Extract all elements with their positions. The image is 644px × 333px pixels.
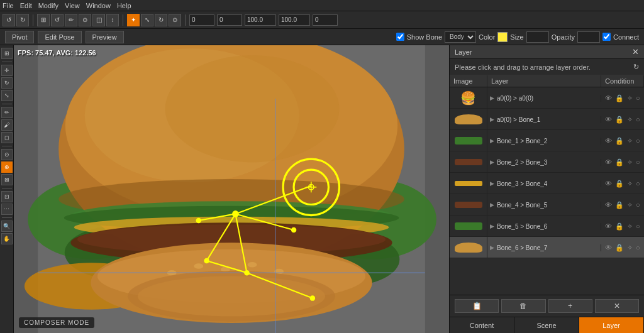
tool-scale[interactable]: ⤡ (1, 90, 13, 101)
pivot-button[interactable]: Pivot (5, 31, 34, 43)
eye-btn-1[interactable]: 👁 (604, 115, 613, 124)
color-swatch[interactable] (497, 32, 508, 42)
layer-name-cell-5[interactable]: ▶Bone_4 > Bone_5 (487, 202, 601, 209)
layer-name-cell-7[interactable]: ▶Bone_6 > Bone_7 (487, 244, 601, 251)
tool-5[interactable]: ◫ (92, 14, 105, 26)
tool-paint[interactable]: 🖌 (1, 119, 13, 131)
layer-row[interactable]: ▶Bone_1 > Bone_2 👁 🔒 ✧ ○ (450, 130, 644, 151)
layer-row[interactable]: ▶Bone_4 > Bone_5 👁 🔒 ✧ ○ (450, 194, 644, 216)
lock-btn-2[interactable]: 🔒 (614, 136, 625, 146)
menu-window[interactable]: Window (86, 2, 111, 9)
lock-btn-7[interactable]: 🔒 (614, 243, 625, 253)
dot-btn-1[interactable]: ○ (635, 115, 641, 124)
star-btn-0[interactable]: ✧ (626, 94, 633, 103)
show-bone-checkbox[interactable] (396, 33, 404, 41)
tool-move[interactable]: ✛ (1, 65, 13, 76)
tool-ik[interactable]: ⋯ (1, 204, 13, 215)
star-btn-6[interactable]: ✧ (626, 222, 633, 231)
eye-btn-5[interactable]: 👁 (604, 200, 613, 209)
star-btn-5[interactable]: ✧ (626, 200, 633, 210)
tool-eraser[interactable]: ◻ (1, 132, 13, 143)
layer-row[interactable]: 🍔 ▶a0(0) > a0(0) 👁 🔒 ✧ ○ (450, 87, 644, 109)
star-btn-7[interactable]: ✧ (626, 243, 633, 253)
tool-bone-edit[interactable]: ⊛ (1, 161, 13, 173)
w-input[interactable] (245, 14, 276, 26)
eye-btn-6[interactable]: 👁 (604, 222, 613, 231)
eye-btn-0[interactable]: 👁 (604, 94, 613, 102)
tool-bone[interactable]: ⊙ (1, 149, 13, 160)
body-select[interactable]: Body (445, 31, 476, 43)
eye-btn-4[interactable]: 👁 (604, 179, 613, 188)
lock-btn-3[interactable]: 🔒 (614, 158, 625, 167)
lock-btn-4[interactable]: 🔒 (614, 179, 625, 188)
dot-btn-3[interactable]: ○ (635, 158, 641, 166)
dot-btn-2[interactable]: ○ (635, 136, 641, 145)
tool-select[interactable]: ⊞ (1, 48, 13, 59)
menu-modify[interactable]: Modify (38, 2, 58, 9)
transform-2[interactable]: ⤡ (141, 14, 153, 26)
opacity-input[interactable]: 100 (577, 31, 600, 43)
canvas-area[interactable]: FPS: 75.47, AVG: 122.56 COMPOSER MODE (14, 45, 449, 333)
tool-4[interactable]: ⊙ (79, 14, 91, 26)
layer-name-cell-0[interactable]: ▶a0(0) > a0(0) (487, 95, 601, 102)
x-input[interactable] (189, 14, 214, 26)
tab-scene[interactable]: Scene (514, 317, 579, 333)
layer-refresh-button[interactable]: ↻ (633, 63, 639, 71)
tool-2[interactable]: ↺ (51, 14, 64, 26)
star-btn-3[interactable]: ✧ (626, 158, 633, 167)
dot-btn-4[interactable]: ○ (635, 179, 641, 188)
eye-btn-7[interactable]: 👁 (604, 243, 613, 252)
connect-checkbox[interactable] (602, 33, 611, 41)
preview-button[interactable]: Preview (86, 31, 124, 43)
y-input[interactable] (217, 14, 242, 26)
tool-1[interactable]: ⊞ (37, 14, 50, 26)
tool-rotate[interactable]: ↻ (1, 77, 13, 89)
tab-content[interactable]: Content (450, 317, 514, 333)
tool-3[interactable]: ✏ (65, 14, 77, 26)
layer-close-button[interactable]: ✕ (595, 299, 639, 313)
tool-zoom[interactable]: 🔍 (1, 221, 13, 232)
dot-btn-7[interactable]: ○ (635, 243, 641, 252)
undo-button[interactable]: ↺ (3, 14, 15, 26)
h-input[interactable] (279, 14, 310, 26)
lock-btn-6[interactable]: 🔒 (614, 222, 625, 231)
star-btn-1[interactable]: ✧ (626, 115, 633, 124)
star-btn-4[interactable]: ✧ (626, 179, 633, 188)
menu-file[interactable]: File (3, 2, 14, 9)
transform-1[interactable]: ✦ (127, 14, 140, 26)
tool-mesh[interactable]: ⊠ (1, 174, 13, 185)
layer-delete-button[interactable]: 🗑 (501, 299, 545, 313)
eye-btn-2[interactable]: 👁 (604, 136, 613, 145)
layer-row[interactable]: ▶Bone_3 > Bone_4 👁 🔒 ✧ ○ (450, 173, 644, 194)
tool-warp[interactable]: ⊡ (1, 191, 13, 202)
star-btn-2[interactable]: ✧ (626, 136, 633, 146)
transform-4[interactable]: ⊙ (169, 14, 181, 26)
dot-btn-5[interactable]: ○ (635, 200, 641, 209)
edit-pose-button[interactable]: Edit Pose (38, 31, 81, 43)
transform-3[interactable]: ↻ (155, 14, 167, 26)
lock-btn-5[interactable]: 🔒 (614, 200, 625, 210)
layer-name-cell-6[interactable]: ▶Bone_5 > Bone_6 (487, 223, 601, 230)
tab-layer[interactable]: Layer (579, 317, 644, 333)
layer-duplicate-button[interactable]: 📋 (455, 299, 499, 313)
tool-hand[interactable]: ✋ (1, 233, 13, 244)
menu-help[interactable]: Help (117, 2, 131, 9)
layer-row[interactable]: ▶a0(0) > Bone_1 👁 🔒 ✧ ○ (450, 109, 644, 130)
layer-name-cell-3[interactable]: ▶Bone_2 > Bone_3 (487, 159, 601, 166)
dot-btn-0[interactable]: ○ (635, 94, 641, 102)
tool-6[interactable]: ↕ (106, 14, 119, 26)
eye-btn-3[interactable]: 👁 (604, 158, 613, 166)
layer-add-button[interactable]: + (548, 299, 592, 313)
layer-name-cell-2[interactable]: ▶Bone_1 > Bone_2 (487, 138, 601, 145)
layer-name-cell-4[interactable]: ▶Bone_3 > Bone_4 (487, 180, 601, 187)
lock-btn-1[interactable]: 🔒 (614, 115, 625, 124)
menu-view[interactable]: View (65, 2, 80, 9)
layer-row[interactable]: ▶Bone_2 > Bone_3 👁 🔒 ✧ ○ (450, 151, 644, 173)
layer-row-selected[interactable]: ▶Bone_6 > Bone_7 👁 🔒 ✧ ○ (450, 237, 644, 258)
dot-btn-6[interactable]: ○ (635, 222, 641, 231)
tool-pen[interactable]: ✏ (1, 107, 13, 118)
menu-edit[interactable]: Edit (20, 2, 32, 9)
rot-input[interactable] (313, 14, 338, 26)
lock-btn-0[interactable]: 🔒 (614, 94, 625, 103)
redo-button[interactable]: ↻ (16, 14, 29, 26)
